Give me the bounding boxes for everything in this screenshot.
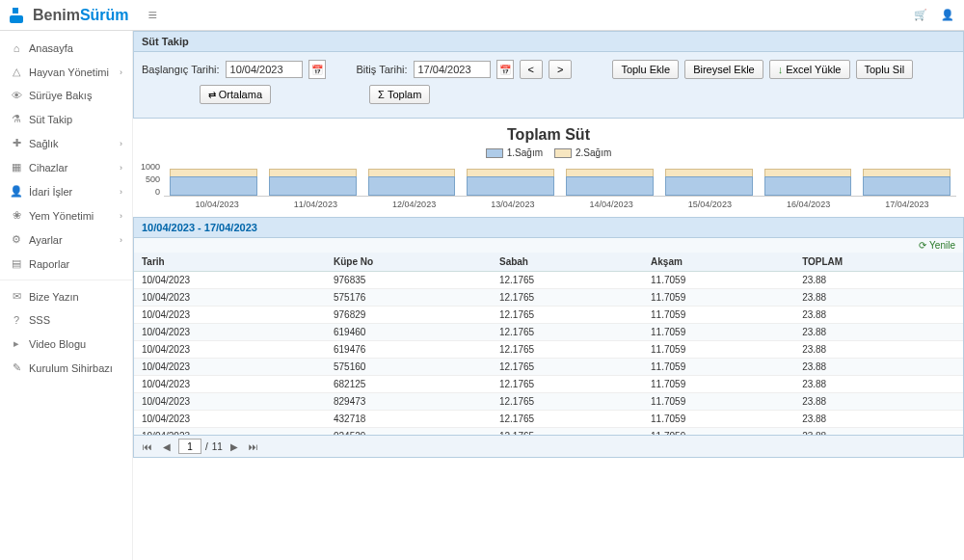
ortalama-button[interactable]: Ortalama <box>200 85 271 104</box>
start-date-input[interactable]: 10/04/2023 <box>226 61 303 78</box>
cell: 23.88 <box>794 359 963 376</box>
table-row[interactable]: 10/04/202343271812.176511.705923.88 <box>134 411 963 428</box>
cell: 10/04/2023 <box>134 341 326 359</box>
nav-label: Raporlar <box>29 258 69 270</box>
table-row[interactable]: 10/04/202397682912.176511.705923.88 <box>134 307 963 324</box>
column-header[interactable]: TOPLAM <box>794 253 963 272</box>
excel-yukle-button[interactable]: Excel Yükle <box>769 60 850 79</box>
cell: 10/04/2023 <box>134 359 326 376</box>
legend-swatch-2 <box>554 148 572 158</box>
nav-label: Sağlık <box>29 138 59 149</box>
cart-icon[interactable]: 🛒 <box>914 9 927 21</box>
sidebar-item[interactable]: 👤İdari İşler› <box>0 179 132 203</box>
sidebar-item[interactable]: ⚗Süt Takip <box>0 107 132 131</box>
refresh-button[interactable]: ⟳ Yenile <box>919 240 955 251</box>
start-date-picker-icon[interactable]: 📅 <box>308 60 326 79</box>
pager-page-input[interactable] <box>178 439 201 454</box>
logo-text-1: Benim <box>33 7 80 24</box>
sidebar-item[interactable]: △Hayvan Yönetimi› <box>0 60 132 84</box>
chevron-right-icon: › <box>120 235 122 245</box>
toplu-ekle-button[interactable]: Toplu Ekle <box>612 60 679 79</box>
bar-segment-1 <box>665 176 753 196</box>
pager-last-icon[interactable]: ⏭ <box>246 439 261 454</box>
nav-label: Yem Yönetimi <box>29 210 94 222</box>
sidebar-item[interactable]: ⌂Anasayfa <box>0 37 132 60</box>
nav-icon: ✎ <box>10 361 23 374</box>
user-icon[interactable]: 👤 <box>941 9 954 21</box>
cell: 12.1765 <box>492 411 643 428</box>
table-row[interactable]: 10/04/202361946012.176511.705923.88 <box>134 324 963 341</box>
end-date-picker-icon[interactable]: 📅 <box>496 60 514 79</box>
next-button[interactable]: > <box>549 60 572 79</box>
panel-title: Süt Takip <box>133 31 964 52</box>
bar-segment-1 <box>368 176 456 196</box>
cell: 11.7059 <box>643 411 794 428</box>
cell: 11.7059 <box>643 428 794 437</box>
y-tick: 1000 <box>141 162 160 172</box>
cell: 12.1765 <box>492 341 643 359</box>
nav-label: Ayarlar <box>29 234 63 246</box>
x-tick: 13/04/2023 <box>464 197 562 209</box>
date-range-header: 10/04/2023 - 17/04/2023 <box>133 217 964 238</box>
cell: 10/04/2023 <box>134 376 326 393</box>
sidebar-item[interactable]: ✉Bize Yazın <box>0 284 132 308</box>
cell: 12.1765 <box>492 428 643 437</box>
nav-label: Kurulum Sihirbazı <box>29 362 113 374</box>
toplu-sil-button[interactable]: Toplu Sil <box>856 60 914 79</box>
table-row[interactable]: 10/04/202357516012.176511.705923.88 <box>134 359 963 376</box>
bireysel-ekle-button[interactable]: Bireysel Ekle <box>684 60 763 79</box>
sidebar-item[interactable]: ▸Video Blogu <box>0 332 132 356</box>
sidebar-item[interactable]: ▦Cihazlar› <box>0 155 132 179</box>
toplam-button[interactable]: Toplam <box>369 85 430 104</box>
end-date-label: Bitiş Tarihi: <box>357 64 408 75</box>
table-row[interactable]: 10/04/202397683512.176511.705923.88 <box>134 272 963 289</box>
bar-group <box>759 169 858 196</box>
cell: 10/04/2023 <box>134 393 326 411</box>
cell: 432718 <box>326 411 492 428</box>
cell: 682125 <box>326 376 492 393</box>
sidebar-item[interactable]: ▤Raporlar <box>0 252 132 276</box>
nav-icon: △ <box>10 66 23 78</box>
cell: 024529 <box>326 428 492 437</box>
sidebar-item[interactable]: ✚Sağlık› <box>0 131 132 155</box>
pager-prev-icon[interactable]: ◀ <box>159 439 174 454</box>
column-header[interactable]: Küpe No <box>326 253 492 272</box>
table-row[interactable]: 10/04/202368212512.176511.705923.88 <box>134 376 963 393</box>
bar-segment-2 <box>665 169 753 176</box>
table-row[interactable]: 10/04/202357517612.176511.705923.88 <box>134 289 963 307</box>
cell: 10/04/2023 <box>134 289 326 307</box>
column-header[interactable]: Sabah <box>492 253 643 272</box>
end-date-input[interactable]: 17/04/2023 <box>414 61 491 78</box>
bar-segment-2 <box>170 169 257 176</box>
pager-first-icon[interactable]: ⏮ <box>140 439 155 454</box>
sidebar-item[interactable]: ⚙Ayarlar› <box>0 227 132 252</box>
cell: 11.7059 <box>643 393 794 411</box>
cell: 23.88 <box>794 272 963 289</box>
table-row[interactable]: 10/04/202382947312.176511.705923.88 <box>134 393 963 411</box>
bar-segment-1 <box>566 176 654 196</box>
nav-label: Sürüye Bakış <box>29 90 92 101</box>
menu-toggle-icon[interactable]: ≡ <box>148 7 157 24</box>
bar-group <box>164 169 263 196</box>
sidebar-item[interactable]: ✎Kurulum Sihirbazı <box>0 356 132 380</box>
bar-segment-1 <box>467 176 554 196</box>
nav-label: SSS <box>29 314 50 326</box>
sidebar-item[interactable]: ❀Yem Yönetimi› <box>0 203 132 227</box>
pager-next-icon[interactable]: ▶ <box>227 439 242 454</box>
sidebar-item[interactable]: 👁Sürüye Bakış <box>0 84 132 107</box>
sidebar-item[interactable]: ?SSS <box>0 308 132 332</box>
cell: 11.7059 <box>643 289 794 307</box>
column-header[interactable]: Tarih <box>134 253 326 272</box>
bar-segment-2 <box>566 169 654 176</box>
cell: 575160 <box>326 359 492 376</box>
sidebar: ⌂Anasayfa△Hayvan Yönetimi›👁Sürüye Bakış⚗… <box>0 31 133 560</box>
cell: 619476 <box>326 341 492 359</box>
column-header[interactable]: Akşam <box>643 253 794 272</box>
cell: 12.1765 <box>492 359 643 376</box>
logo[interactable]: BenimSürüm <box>10 7 129 24</box>
start-date-label: Başlangıç Tarihi: <box>142 64 220 75</box>
cell: 11.7059 <box>643 341 794 359</box>
prev-button[interactable]: < <box>520 60 543 79</box>
table-row[interactable]: 10/04/202302452912.176511.705923.88 <box>134 428 963 437</box>
table-row[interactable]: 10/04/202361947612.176511.705923.88 <box>134 341 963 359</box>
